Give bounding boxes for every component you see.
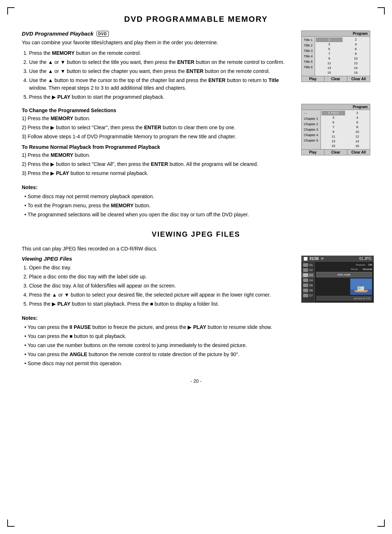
dvd-notes-list: Some discs may not permit memory playbac… [28, 193, 370, 219]
num-cell-7: 7 [316, 52, 342, 56]
p2-num-cell-7: 7 [322, 125, 346, 130]
file-icon-05 [303, 284, 308, 287]
edit-mode-button[interactable]: Edit mode [316, 272, 372, 277]
notes-label-1: Notes: [22, 184, 370, 191]
chapter-row-1: Chapter 1 [302, 116, 320, 122]
repeat-info: Repeat : Off [316, 263, 372, 266]
chapter-row-5: Chapter 5 [302, 138, 320, 143]
change-heading: To Change the Programmed Selections [22, 107, 294, 113]
jpeg-steps-list: Open the disc tray. Place a disc onto th… [29, 264, 294, 308]
change-steps-list: 1) Press the MEMORY button. 2) Press the… [22, 115, 294, 140]
jpeg-file-04: 04 [302, 278, 314, 283]
clear-button-2[interactable]: Clear [324, 150, 347, 155]
dvd-note-2: To exit the Program menu, press the MEMO… [28, 202, 370, 209]
jpeg-panel-right: Repeat : Off Mode : Normal Edit mode [315, 262, 373, 302]
dvd-programmed-heading: DVD Programmed Playback DVD [22, 30, 294, 37]
jpeg-thumbnail [350, 278, 372, 295]
clear-all-button-2[interactable]: Clear All [347, 150, 370, 155]
jpeg-intro: This unit can play JPEG files recorded o… [22, 245, 370, 253]
num-cell-2: 2 [343, 37, 369, 42]
dvd-badge: DVD [97, 31, 109, 37]
stop-icon [304, 257, 307, 261]
jpeg-note-4: You can press the ANGLE buttonon the rem… [28, 351, 370, 358]
dvd-note-3: The programmed selections will be cleare… [28, 211, 370, 219]
file-icon-01 [303, 263, 308, 267]
num-cell-4: 4 [343, 42, 369, 47]
dvd-programmed-section: DVD Programmed Playback DVD You can comb… [22, 30, 370, 104]
jpeg-notes-list: You can press the II PAUSE button to fre… [28, 323, 370, 367]
jpeg-file-05: 05 [302, 283, 314, 288]
num-cell-10: 10 [343, 56, 369, 61]
p2-num-cell-9: 9 [322, 130, 346, 134]
change-step-1: 1) Press the MEMORY button. [22, 115, 294, 122]
jpeg-note-5: Some discs may not permit this operation… [28, 360, 370, 367]
title-row-7 [302, 70, 315, 75]
dvd-step-1: Press the MEMORY button on the remote co… [29, 49, 294, 57]
p2-num-cell-2: 2 [345, 111, 369, 115]
chapter-row-3: Chapter 3 [302, 127, 320, 133]
jpeg-step-5: Press the ▶ PLAY button to start playbac… [29, 300, 294, 308]
file-icon-04 [303, 278, 308, 282]
play-button-2[interactable]: Play [302, 150, 324, 155]
p2-num-cell-8: 8 [345, 125, 369, 130]
change-step-2: 2) Press the ▶ button to select "Clear",… [22, 124, 294, 131]
program-numbers-col-1: 1 2 3 4 5 6 7 8 9 10 11 12 13 14 15 16 [315, 37, 370, 76]
resume-step-1: 1) Press the MEMORY button. [22, 151, 294, 159]
clear-all-button-1[interactable]: Clear All [347, 76, 370, 82]
title-row-6: Title 6 [302, 65, 315, 70]
resume-step-2: 2) Press the ▶ button to select "Clear A… [22, 160, 294, 168]
jpeg-viewing-section: Viewing JPEG Files Open the disc tray. P… [22, 256, 370, 311]
dvd-note-1: Some discs may not permit memory playbac… [28, 193, 370, 200]
dvd-notes: Notes: Some discs may not permit memory … [22, 184, 370, 219]
file-icon-07 [303, 294, 308, 297]
file-icon-03 [303, 273, 308, 277]
p2-num-cell-4: 4 [345, 115, 369, 120]
corner-tl [7, 7, 15, 15]
dvd-intro: You can combine your favorite titles/cha… [22, 39, 294, 46]
jpeg-note-1: You can press the II PAUSE button to fre… [28, 323, 370, 331]
play-button-1[interactable]: Play [302, 76, 324, 82]
p2-num-cell-14: 14 [345, 139, 369, 144]
num-cell-14: 14 [343, 66, 369, 70]
num-cell-5: 5 [316, 47, 342, 52]
dvd-steps-list: Press the MEMORY button on the remote co… [29, 49, 294, 101]
num-cell-15: 15 [316, 70, 342, 75]
jpeg-note-2: You can press the ■ button to quit playb… [28, 333, 370, 340]
p2-num-cell-11: 11 [322, 134, 346, 139]
jpeg-file-list: 01 02 03 04 [302, 262, 315, 302]
program-footer-2: Play Clear Clear All [302, 149, 370, 155]
p2-num-cell-3: 3 [322, 115, 346, 120]
corner-tr [377, 7, 385, 15]
program-panel-body-2: - - Chapter 1 Chapter 2 Chapter 3 Chapte… [302, 110, 370, 149]
title-row-4: Title 4 [302, 54, 315, 59]
num-cell-8: 8 [343, 52, 369, 56]
num-cell-16: 16 [343, 70, 369, 75]
change-programmed-section: To Change the Programmed Selections 1) P… [22, 104, 370, 180]
change-step-3: 3) Follow above steps 1-4 of DVD Program… [22, 133, 294, 140]
dvd-programmed-text: DVD Programmed Playback DVD You can comb… [22, 30, 294, 104]
mode-info: Mode : Normal [316, 268, 372, 271]
jpeg-panel-body: 01 02 03 04 [302, 262, 373, 302]
p2-num-cell-15: 15 [322, 144, 346, 148]
program-display-1: Program Title 1 Title 2 Title 3 Title 4 … [301, 30, 370, 82]
num-cell-13: 13 [316, 66, 342, 70]
dvd-step-4: Use the ▲ button to move the cursor to t… [29, 77, 294, 92]
refresh-icon: ⟳ [321, 257, 324, 261]
p2-num-cell-10: 10 [345, 130, 369, 134]
p2-num-cell-16: 16 [345, 144, 369, 148]
program-titles-col-1: Title 1 Title 2 Title 3 Title 4 Title 5 … [302, 37, 315, 76]
jpeg-file-07: 07 [302, 293, 314, 298]
program-numbers-col-2: 1 T1C2 2 3 4 5 6 7 8 9 10 11 12 13 14 15… [321, 110, 370, 149]
svg-rect-4 [358, 287, 360, 289]
title-row-3: Title 3 [302, 48, 315, 54]
program-display-2: Program - - Chapter 1 Chapter 2 Chapter … [301, 104, 370, 155]
corner-bl [7, 519, 15, 527]
clear-button-1[interactable]: Clear [324, 76, 347, 82]
dvd-step-3: Use the ▲ or ▼ button to select the chap… [29, 68, 294, 75]
jpeg-panel-top: 01/36 ⟳ 01.JPG [302, 256, 373, 262]
program-panel-body-1: Title 1 Title 2 Title 3 Title 4 Title 5 … [302, 37, 370, 76]
jpeg-panel-wrapper: 01/36 ⟳ 01.JPG 01 02 03 [301, 256, 370, 303]
program-panel-header-1: Program [302, 31, 370, 37]
page-title: DVD PROGRAMMABLE MEMORY [22, 15, 370, 24]
jpeg-file-03: 03 [302, 273, 314, 278]
